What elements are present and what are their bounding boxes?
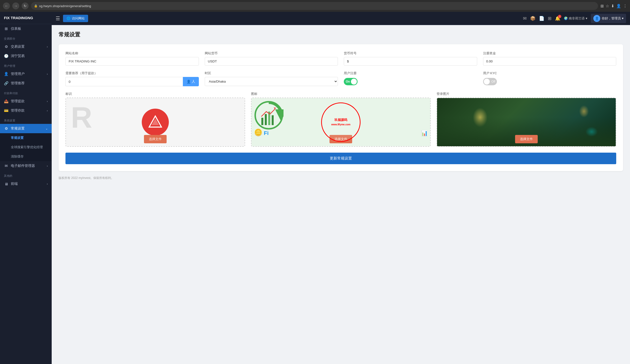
sidebar-item-email-manager[interactable]: ✉ 电子邮件管理器 › [0,161,52,171]
user-avatar: 👤 [593,15,600,22]
dashboard-icon: ⊞ [4,26,8,31]
site-name-label: 网站名称 [66,51,199,55]
sub-item-clear-cache[interactable]: 清除缓存 [0,152,52,161]
sidebar-item-trade-settings[interactable]: ⚙ 交易设置 › [0,42,52,51]
language-selector[interactable]: 🌍 南非荷兰语 ▾ [564,16,588,21]
sidebar-item-manage-withdrawals[interactable]: 📤 管理提款 › [0,97,52,106]
form-row-2: 需要推荐（用于提款） 👤 人 时区 Asia/Dhaka [66,71,616,86]
topbar-menu-button[interactable]: ☰ [56,15,60,21]
visit-site-button[interactable]: 🌐 访问网站 [63,15,88,22]
deposit-icon: 💳 [4,108,8,113]
update-settings-button[interactable]: 更新常规设置 [66,153,616,164]
flag-icon: 🌍 [564,16,568,20]
main-content: 常规设置 网站名称 网站货币 货币符号 [52,25,630,364]
sidebar-item-dashboard[interactable]: ⊞ 仪表板 [0,24,52,33]
sidebar-item-label: 常规设置 [11,126,24,131]
login-image-upload-group: 登录图片 选择文件 [436,92,616,147]
gear-icon: ⚙ [4,126,8,131]
chevron-down-icon: ⌄ [46,127,48,130]
login-image-select-file-button[interactable]: 选择文件 [515,135,538,143]
section-label-user-mgmt: 用户管理 [0,61,52,69]
chevron-icon: › [47,109,48,112]
package-icon[interactable]: 📦 [530,16,536,21]
login-image-label: 登录图片 [436,92,616,96]
toggle-slider-off: Off [483,78,497,85]
registration-bonus-label: 注册奖金 [483,51,616,55]
forward-button[interactable]: → [12,2,19,9]
icon-upload-box: 🪙 Fi 📊 玖福源码 [251,98,431,147]
site-name-input[interactable] [66,57,199,66]
icon-label: 图标 [251,92,431,96]
toggle-off-label: Off [492,80,496,83]
site-currency-group: 网站货币 [205,51,338,66]
user-registration-toggle[interactable]: On [344,78,358,85]
site-name-group: 网站名称 [66,51,199,66]
topbar: ☰ 🌐 访问网站 ✉ 📦 📄 ⊞ 🔔 1 🌍 南非荷兰语 ▾ [52,12,630,25]
secure-icon: 🔒 [34,4,38,8]
refresh-button[interactable]: ↻ [22,2,28,9]
sidebar-item-manage-users[interactable]: 👤 管理用户 › [0,69,52,79]
svg-rect-4 [265,114,267,125]
profile-icon[interactable]: 👤 [616,4,621,8]
logo-select-file-button[interactable]: 选择文件 [144,135,166,143]
toggle-slider-on: On [344,78,358,85]
currency-symbol-group: 货币符号 [344,51,477,66]
translate-icon[interactable]: ⊞ [600,4,604,8]
topbar-actions: ✉ 📦 📄 ⊞ 🔔 1 🌍 南非荷兰语 ▾ 👤 你好，管理员 ▾ [523,14,626,23]
sidebar-item-general-settings[interactable]: ⚙ 常规设置 ⌄ [0,124,52,133]
url-text: xg.hwym.shop/admin/general/setting [39,4,91,8]
notification-badge: 1 [558,15,561,18]
menu-icon[interactable]: ⋮ [623,4,627,8]
chevron-icon: › [47,165,48,167]
sub-item-general-settings[interactable]: 常规设置 [0,133,52,143]
document-icon[interactable]: 📄 [539,16,544,21]
sub-item-label: 常规设置 [11,136,24,140]
sub-item-seo[interactable]: 全球搜索引擎优化经理 [0,143,52,152]
user-kyc-toggle[interactable]: Off [483,78,497,85]
user-icon: 👤 [4,72,8,76]
user-menu[interactable]: 👤 你好，管理员 ▾ [591,14,626,23]
svg-rect-3 [261,118,263,125]
url-bar[interactable]: 🔒 xg.hwym.shop/admin/general/setting [31,2,598,10]
registration-bonus-input[interactable] [483,57,616,66]
settings-icon: ⚙ [4,44,8,49]
section-label-system: 系统设置 [0,115,52,124]
lang-chevron: ▾ [586,16,588,20]
timezone-select[interactable]: Asia/Dhaka UTC Asia/Shanghai America/New… [205,77,338,86]
icon-select-file-button[interactable]: 选择文件 [330,135,352,143]
referral-input[interactable] [66,77,183,86]
user-registration-group: 用户注册 On [344,71,477,86]
timezone-group: 时区 Asia/Dhaka UTC Asia/Shanghai America/… [205,71,338,86]
user-kyc-group: 用户 KYC Off [483,71,616,86]
section-label-other: 其他的 [0,171,52,179]
browser-actions: ⊞ ☆ ⬇ 👤 ⋮ [600,4,627,8]
image-section-row: 标识 R [66,92,616,147]
clock-icon: 🕐 [4,54,8,58]
layout-icon[interactable]: ⊞ [548,16,552,21]
bookmark-icon[interactable]: ☆ [606,4,609,8]
sidebar-item-label: 电子邮件管理器 [11,164,35,168]
person-icon: 👤 [186,80,191,84]
toggle-knob [484,79,490,85]
referral-group: 需要推荐（用于提款） 👤 人 [66,71,199,86]
email-topbar-icon[interactable]: ✉ [523,16,527,21]
sidebar-item-label: 管理存款 [11,108,24,113]
monitor-icon: 🖥 [4,182,8,186]
footer: 版权所有 2022 myInvest。保留所有权利。 [58,171,623,180]
site-currency-input[interactable] [205,57,338,66]
svg-marker-7 [274,107,276,109]
download-icon[interactable]: ⬇ [611,4,614,8]
notification-icon[interactable]: 🔔 1 [555,16,560,21]
sidebar-item-label: 仪表板 [11,26,21,31]
sidebar-item-running-trade[interactable]: 🕐 润宁贸易 [0,51,52,61]
sidebar-item-manage-referrals[interactable]: 🔗 管理推荐 [0,79,52,88]
sidebar-item-frontend[interactable]: 🖥 前端 › [0,179,52,188]
sidebar-item-manage-deposits[interactable]: 💳 管理存款 › [0,106,52,115]
back-button[interactable]: ← [3,2,10,9]
toggle-on-label: On [346,80,350,83]
general-settings-submenu: 常规设置 全球搜索引擎优化经理 清除缓存 [0,133,52,161]
referral-input-group: 👤 人 [66,77,199,86]
currency-symbol-input[interactable] [344,57,477,66]
sub-item-label: 清除缓存 [11,154,24,159]
referral-btn[interactable]: 👤 人 [183,77,199,86]
